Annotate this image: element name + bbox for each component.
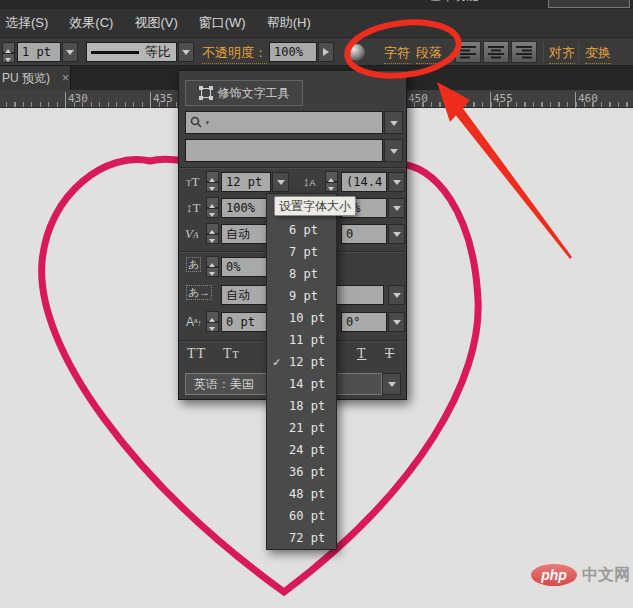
menu-item[interactable]: 视图(V) [134,14,177,32]
spinner-down-icon[interactable] [206,234,219,245]
spinner-up-icon[interactable] [206,256,219,267]
opacity-field[interactable]: 100% [269,42,317,62]
kerning-field[interactable]: 自动 [221,224,271,244]
spinner-down-icon[interactable] [206,182,219,193]
size-option-14-pt[interactable]: 14 pt [267,373,336,395]
align-center-button[interactable] [483,41,509,63]
size-option-11-pt[interactable]: 11 pt [267,329,336,351]
spinner-down-icon[interactable] [206,322,219,333]
all-caps-button[interactable]: TT [187,346,206,362]
search-input[interactable] [548,0,630,8]
tsume-stepper[interactable] [206,256,219,277]
search-caret-icon: ▾ [205,118,210,127]
document-tab[interactable]: PU 预览) × [0,66,71,90]
divider [578,42,579,62]
underline-button[interactable]: T [357,346,367,362]
language-dropdown-button[interactable] [382,373,401,395]
character-panel-link[interactable]: 字符 [384,44,410,64]
font-family-field[interactable]: ▾ [185,111,383,134]
close-icon[interactable]: × [62,71,69,85]
vertical-scale-stepper[interactable] [206,197,219,218]
size-option-8-pt[interactable]: 8 pt [267,263,336,285]
size-option-21-pt[interactable]: 21 pt [267,417,336,439]
vertical-scale-icon: ↕T [186,198,200,218]
menu-item[interactable]: 选择(S) [5,14,48,32]
aki-dropdown-button[interactable] [388,285,405,305]
stroke-weight-field[interactable]: 1 pt [17,42,61,62]
size-option-10-pt[interactable]: 10 pt [267,307,336,329]
spinner-down-icon[interactable] [325,182,338,193]
baseline-shift-stepper[interactable] [206,311,219,332]
align-panel-link[interactable]: 对齐 [549,44,575,64]
size-option-label: 12 pt [289,355,325,369]
leading-field[interactable]: (14.4 pt) [341,172,387,192]
ruler-label: 460 [578,92,598,105]
spinner-down-icon[interactable] [206,267,219,278]
font-style-field[interactable] [185,139,383,162]
tracking-dropdown-button[interactable] [388,224,405,244]
stroke-style-field[interactable]: 等比 [86,42,177,62]
menu-item[interactable]: 窗口(W) [199,14,246,32]
document-tab-label: PU 预览) [2,70,50,87]
paragraph-panel-link[interactable]: 段落 [416,44,442,64]
stroke-weight-stepper[interactable] [2,42,15,63]
size-option-9-pt[interactable]: 9 pt [267,285,336,307]
font-size-dropdown-button[interactable] [272,172,289,192]
spinner-down-icon[interactable] [2,53,15,64]
size-option-label: 18 pt [289,399,325,413]
size-option-7-pt[interactable]: 7 pt [267,241,336,263]
ruler-label: 450 [408,92,428,105]
size-option-24-pt[interactable]: 24 pt [267,439,336,461]
size-option-72-pt[interactable]: 72 pt [267,527,336,549]
stroke-preview-line [91,51,139,54]
font-size-field[interactable]: 12 pt [221,172,271,192]
touch-type-tool-button[interactable]: T 修饰文字工具 [185,80,303,106]
size-option-label: 10 pt [289,311,325,325]
font-style-dropdown-button[interactable] [384,139,403,162]
stroke-weight-dropdown-button[interactable] [62,42,78,62]
small-caps-button[interactable]: Tᴛ [223,346,240,362]
size-option-label: 8 pt [289,267,318,281]
workspace-switcher[interactable]: 基本功能 [430,0,478,5]
strikethrough-button[interactable]: T [385,346,395,362]
horizontal-scale-dropdown-button[interactable] [388,198,405,218]
transform-panel-link[interactable]: 变换 [585,44,611,64]
size-option-60-pt[interactable]: 60 pt [267,505,336,527]
rotation-dropdown-button[interactable] [388,312,405,332]
tracking-field[interactable]: 0 [341,224,387,244]
size-option-6-pt[interactable]: 6 pt [267,219,336,241]
size-option-48-pt[interactable]: 48 pt [267,483,336,505]
align-right-button[interactable] [511,41,537,63]
font-size-stepper[interactable] [206,171,219,192]
touch-type-tool-icon: T [199,86,213,100]
rotation-field[interactable]: 0° [341,312,387,332]
leading-dropdown-button[interactable] [388,172,405,192]
menu-item[interactable]: 效果(C) [69,14,113,32]
opacity-link[interactable]: 不透明度： [202,44,267,64]
kerning-stepper[interactable] [206,223,219,244]
spinner-up-icon[interactable] [206,311,219,322]
size-option-label: 6 pt [289,223,318,237]
baseline-shift-field[interactable]: 0 pt [221,312,271,332]
vertical-scale-field[interactable]: 100% [221,198,271,218]
recolor-artwork-icon[interactable] [348,44,365,61]
menu-item[interactable]: 帮助(H) [267,14,311,32]
app-window: 基本功能 ▼ 选择(S)效果(C)视图(V)窗口(W)帮助(H) 1 pt 等比… [0,0,633,608]
size-option-18-pt[interactable]: 18 pt [267,395,336,417]
tsume-field[interactable]: 0% [221,257,271,277]
font-family-dropdown-button[interactable] [384,111,403,134]
size-option-36-pt[interactable]: 36 pt [267,461,336,483]
check-icon: ✓ [273,351,280,373]
spinner-up-icon[interactable] [2,42,15,53]
opacity-expand-button[interactable] [318,42,334,62]
spinner-up-icon[interactable] [206,197,219,208]
spinner-up-icon[interactable] [325,171,338,182]
align-left-button[interactable] [455,41,481,63]
spinner-down-icon[interactable] [206,208,219,219]
size-option-label: 21 pt [289,421,325,435]
stroke-style-dropdown-button[interactable] [178,42,194,62]
size-option-12-pt[interactable]: ✓12 pt [267,351,336,373]
spinner-up-icon[interactable] [206,171,219,182]
spinner-up-icon[interactable] [206,223,219,234]
leading-stepper[interactable] [325,171,338,192]
